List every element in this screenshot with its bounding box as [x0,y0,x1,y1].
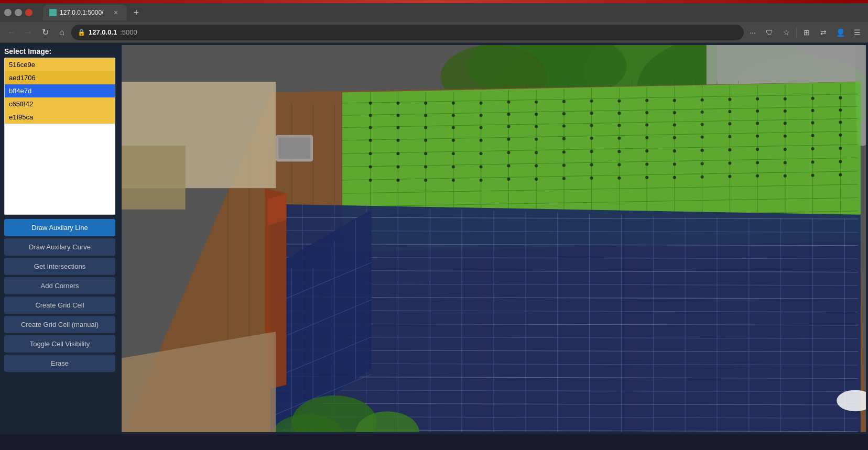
svg-point-124 [480,139,483,142]
svg-point-103 [396,126,399,129]
svg-point-166 [645,162,648,166]
svg-point-91 [562,112,566,115]
toggle-cell-visibility-button[interactable]: Toggle Cell Visibility [4,335,115,353]
svg-point-190 [811,174,815,177]
svg-point-180 [535,178,538,181]
more-icon[interactable]: ··· [746,26,760,39]
svg-point-73 [562,100,566,103]
image-item-e1f95ca[interactable]: e1f95ca [5,111,115,124]
svg-point-106 [480,126,483,129]
svg-point-140 [424,152,427,155]
add-corners-button[interactable]: Add Corners [4,277,115,294]
image-item-aed1706[interactable]: aed1706 [5,71,115,84]
svg-point-111 [617,124,621,127]
image-item-516ce9e[interactable]: 516ce9e [5,58,115,71]
extensions-icon[interactable]: ⊞ [800,26,813,39]
svg-point-80 [756,97,759,101]
svg-point-110 [590,124,593,127]
svg-point-136 [811,134,815,137]
menu-icon[interactable]: ☰ [850,26,864,39]
svg-point-164 [590,163,593,166]
forward-button[interactable]: → [21,25,36,40]
svg-point-146 [590,150,593,153]
main-content: Select Image: 516ce9e aed1706 bff4e7d c6… [0,43,868,434]
svg-point-81 [784,97,787,101]
svg-point-102 [369,126,372,129]
create-grid-cell-manual-button[interactable]: Create Grid Cell (manual) [4,316,115,333]
svg-point-188 [756,174,759,178]
sync-icon[interactable]: ⇄ [817,26,830,39]
tab-close-button[interactable]: × [111,8,121,17]
svg-rect-247 [278,138,310,159]
svg-point-85 [396,114,399,117]
svg-point-68 [424,102,427,105]
svg-rect-245 [122,146,186,210]
create-grid-cell-button[interactable]: Create Grid Cell [4,297,115,314]
svg-point-177 [452,179,455,182]
svg-point-72 [535,101,538,104]
svg-point-163 [562,163,566,167]
get-intersections-button[interactable]: Get Intersections [4,258,115,275]
profile-icon[interactable]: 👤 [833,26,847,39]
svg-point-132 [701,136,704,139]
draw-auxilary-curve-button[interactable]: Draw Auxilary Curve [4,238,115,256]
svg-point-183 [617,177,621,180]
svg-point-169 [728,161,731,164]
svg-point-95 [673,111,676,114]
svg-point-66 [369,102,372,105]
new-tab-button[interactable]: + [129,5,144,20]
window-controls [4,9,32,16]
image-item-bff4e7d[interactable]: bff4e7d [5,84,115,97]
maximize-button[interactable] [15,9,22,16]
close-button[interactable] [25,9,32,16]
svg-point-141 [452,152,455,155]
svg-point-122 [424,139,427,142]
svg-point-126 [535,138,538,141]
image-item-c65f842[interactable]: c65f842 [5,97,115,111]
tab-favicon [49,9,57,16]
svg-point-74 [590,100,593,103]
solar-image-container[interactable] [122,45,866,432]
buttons-panel: Draw Auxilary Line Draw Auxilary Curve G… [4,219,115,372]
erase-button[interactable]: Erase [4,355,115,372]
minimize-button[interactable] [4,9,12,16]
svg-point-134 [756,135,759,138]
svg-point-86 [424,114,427,117]
home-button[interactable]: ⌂ [55,25,69,40]
active-tab[interactable]: 127.0.0.1:5000/ × [43,5,127,20]
svg-point-173 [839,160,842,163]
svg-point-88 [480,114,483,117]
address-bar-domain: 127.0.0.1 [89,28,117,36]
svg-point-117 [784,122,787,125]
svg-point-148 [645,149,648,152]
svg-point-175 [396,179,399,182]
svg-point-114 [701,123,704,126]
svg-point-98 [756,109,759,113]
reload-button[interactable]: ↻ [38,25,52,40]
svg-point-187 [728,175,731,178]
svg-point-182 [590,177,593,180]
svg-point-78 [701,98,704,102]
svg-point-159 [452,166,455,169]
svg-point-135 [784,135,787,138]
draw-auxilary-line-button[interactable]: Draw Auxilary Line [4,219,115,236]
more-dots: ··· [750,28,756,37]
back-button[interactable]: ← [4,25,19,40]
svg-point-189 [784,174,787,178]
svg-point-76 [645,99,648,102]
svg-point-113 [673,123,676,126]
svg-point-142 [480,152,483,155]
bookmark-icon[interactable]: ☆ [779,26,793,39]
svg-point-69 [452,102,455,105]
svg-point-116 [756,122,759,125]
svg-point-93 [617,112,621,115]
svg-point-104 [424,126,427,129]
svg-point-151 [728,148,731,151]
svg-point-155 [839,147,842,150]
svg-point-107 [507,125,510,128]
shield-icon[interactable]: 🛡 [763,26,776,39]
svg-point-186 [701,175,704,179]
svg-point-127 [562,137,566,140]
svg-point-168 [701,162,704,165]
svg-point-133 [728,135,731,138]
